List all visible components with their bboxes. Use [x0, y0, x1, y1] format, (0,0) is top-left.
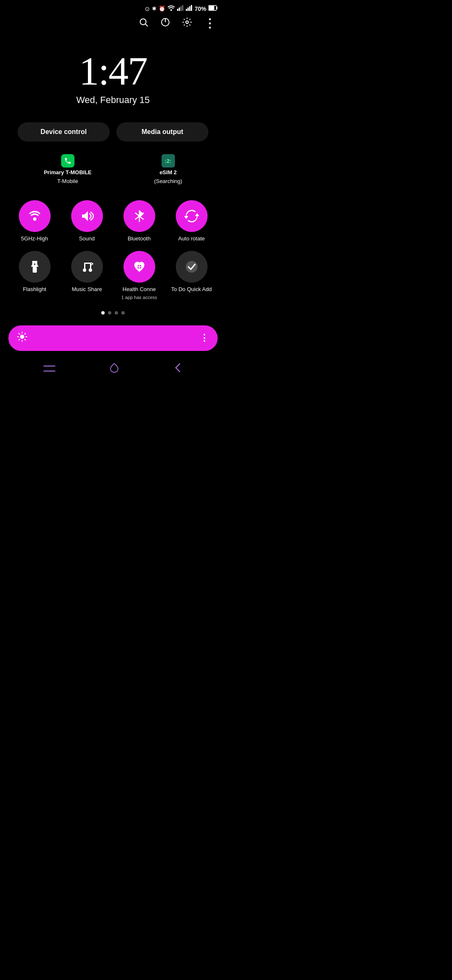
bluetooth-tile-icon [123, 200, 155, 232]
svg-line-36 [25, 333, 26, 334]
svg-rect-10 [209, 6, 214, 10]
sim-primary-sub: T-Mobile [57, 178, 78, 185]
tiles-row-2: Flashlight Music Share [8, 247, 218, 304]
svg-rect-8 [191, 5, 192, 11]
nav-home-button[interactable] [108, 362, 120, 377]
autorotate-tile-icon [176, 200, 208, 232]
media-bar-more-icon[interactable]: ⋮ [200, 333, 209, 343]
nav-back-button[interactable] [173, 362, 182, 377]
musicshare-tile-icon [71, 251, 103, 283]
media-output-button[interactable]: Media output [116, 122, 208, 142]
svg-line-13 [146, 24, 148, 26]
sound-tile-icon [71, 200, 103, 232]
bluetooth-tile[interactable]: Bluetooth [118, 200, 160, 242]
media-bar[interactable]: ⋮ [8, 325, 218, 351]
search-button[interactable] [139, 17, 149, 30]
svg-point-16 [186, 21, 188, 23]
sim-primary-label: Primary T-MOBILE [44, 169, 92, 176]
svg-rect-2 [179, 8, 180, 11]
todoquick-tile-icon [176, 251, 208, 283]
flashlight-tile[interactable]: Flashlight [14, 251, 56, 300]
svg-rect-11 [217, 7, 218, 9]
healthconnect-tile-sublabel: 1 app has access [121, 295, 157, 300]
svg-rect-1 [177, 9, 178, 11]
svg-rect-3 [180, 6, 182, 11]
autorotate-tile[interactable]: Auto rotate [171, 200, 213, 242]
svg-rect-20 [33, 267, 37, 273]
status-icons: ⊙ ✱ ⏰ 70% [145, 5, 218, 12]
nav-bar [0, 355, 226, 385]
sim-esim2-icon: :2: [162, 154, 175, 168]
wifi-tile-label: 5GHz-High [21, 235, 48, 242]
sim-esim2-sub: (Searching) [154, 178, 182, 185]
svg-line-37 [19, 339, 20, 340]
tiles-section: 5GHz-High Sound [0, 192, 226, 304]
time-icon: ⊙ [145, 5, 150, 12]
bluetooth-tile-label: Bluetooth [128, 235, 151, 242]
more-menu-button[interactable]: ⋮ [204, 16, 216, 30]
settings-button[interactable] [182, 17, 192, 30]
page-dot-3[interactable] [115, 311, 118, 315]
header-controls: ⋮ [0, 14, 226, 34]
svg-rect-6 [187, 8, 189, 11]
musicshare-tile[interactable]: Music Share [66, 251, 108, 300]
signal-bar2-icon [186, 5, 193, 12]
battery-icon [208, 5, 218, 12]
sim-row: Primary T-MOBILE T-Mobile :2: eSIM 2 (Se… [0, 150, 226, 192]
media-bar-left [17, 331, 28, 345]
power-button[interactable] [160, 17, 170, 30]
device-control-button[interactable]: Device control [18, 122, 110, 142]
healthconnect-tile-icon [123, 251, 155, 283]
status-bar: ⊙ ✱ ⏰ 70% [0, 0, 226, 14]
sound-tile-label: Sound [79, 235, 95, 242]
signal-bar-icon [177, 5, 184, 12]
svg-rect-7 [189, 6, 190, 11]
healthconnect-tile[interactable]: Health Conne 1 app has access [118, 251, 160, 300]
todoquick-tile-label: To Do Quick Add [171, 286, 212, 293]
wifi-tile[interactable]: 5GHz-High [14, 200, 56, 242]
wifi-signal-icon [167, 5, 175, 12]
sound-tile[interactable]: Sound [66, 200, 108, 242]
sun-icon [17, 331, 28, 345]
sim-primary-icon [61, 154, 74, 168]
svg-rect-4 [182, 5, 183, 11]
battery-percentage: 70% [195, 5, 206, 12]
page-dot-1[interactable] [101, 311, 105, 315]
wifi-tile-icon [19, 200, 51, 232]
tiles-row-1: 5GHz-High Sound [8, 196, 218, 247]
svg-point-28 [186, 261, 198, 273]
page-dot-2[interactable] [108, 311, 111, 315]
sim-esim2: :2: eSIM 2 (Searching) [154, 154, 182, 185]
clock-date: Wed, February 15 [76, 95, 150, 106]
musicshare-tile-label: Music Share [72, 286, 102, 293]
svg-point-17 [33, 217, 36, 221]
quick-buttons-row: Device control Media output [0, 118, 226, 150]
flashlight-tile-label: Flashlight [23, 286, 46, 293]
svg-rect-26 [84, 263, 91, 264]
svg-point-0 [170, 9, 172, 11]
bluetooth-status-icon: ✱ [152, 5, 157, 12]
alarm-icon: ⏰ [159, 5, 165, 12]
sim-esim2-label: eSIM 2 [159, 169, 177, 176]
todoquick-tile[interactable]: To Do Quick Add [171, 251, 213, 300]
sim-primary: Primary T-MOBILE T-Mobile [44, 154, 92, 185]
healthconnect-tile-label: Health Conne [123, 286, 156, 293]
svg-line-34 [19, 333, 20, 334]
flashlight-tile-icon [19, 251, 51, 283]
page-dot-4[interactable] [121, 311, 125, 315]
nav-menu-button[interactable] [44, 364, 55, 374]
autorotate-tile-label: Auto rotate [178, 235, 205, 242]
clock-time: 1:47 [79, 51, 147, 91]
svg-rect-5 [186, 9, 187, 11]
svg-point-29 [20, 335, 24, 339]
page-dots [0, 304, 226, 319]
clock-section: 1:47 Wed, February 15 [0, 34, 226, 118]
svg-line-35 [25, 339, 26, 340]
svg-point-12 [140, 19, 146, 25]
